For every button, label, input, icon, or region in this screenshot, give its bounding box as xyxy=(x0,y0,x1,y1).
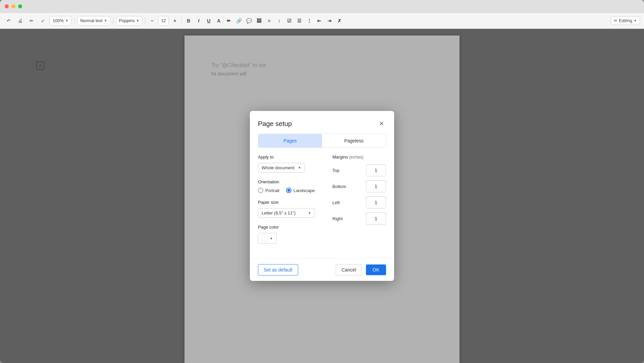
zoom-dropdown[interactable]: 100% ▼ xyxy=(50,16,71,25)
maximize-button[interactable] xyxy=(18,4,22,8)
margins-unit: (inches) xyxy=(349,155,364,160)
editing-chevron-icon: ▼ xyxy=(634,19,637,22)
spell-check-icon[interactable]: ✓ xyxy=(38,16,48,25)
minimize-button[interactable] xyxy=(11,4,15,8)
paper-size-chevron-icon: ▼ xyxy=(308,211,311,215)
dialog-body: Apply to Whole document ▼ Orientation xyxy=(250,155,394,258)
close-button[interactable] xyxy=(5,4,9,8)
landscape-radio[interactable] xyxy=(286,188,291,193)
italic-button[interactable]: I xyxy=(195,17,203,25)
margin-top-label: Top xyxy=(332,168,349,173)
text-color-button[interactable]: A xyxy=(215,17,223,25)
margin-right-label: Right xyxy=(332,216,349,221)
print-icon[interactable]: 🖨 xyxy=(15,16,25,25)
orientation-label: Orientation xyxy=(258,179,319,184)
indent-left-button[interactable]: ⇤ xyxy=(315,17,323,25)
list-button[interactable]: ☰ xyxy=(295,17,303,25)
style-dropdown[interactable]: Normal text ▼ xyxy=(77,16,110,25)
toolbar: ↶ 🖨 ✏ ✓ 100% ▼ Normal text ▼ Poppins ▼ −… xyxy=(0,13,644,29)
highlight-button[interactable]: ✏ xyxy=(225,17,233,25)
page-color-section: Page color ▼ xyxy=(258,225,319,244)
margin-left-input[interactable]: 1 xyxy=(366,196,386,208)
spacing-button[interactable]: ↕ xyxy=(275,17,283,25)
margin-left-label: Left xyxy=(332,200,349,205)
align-button[interactable]: ≡ xyxy=(265,17,273,25)
checklist-button[interactable]: ☑ xyxy=(285,17,293,25)
font-size-box[interactable]: 12 xyxy=(158,16,169,25)
underline-button[interactable]: U xyxy=(205,17,213,25)
tab-pageless[interactable]: Pageless xyxy=(322,134,386,147)
font-size-decrease[interactable]: − xyxy=(148,17,156,25)
divider-4 xyxy=(181,17,182,24)
divider-3 xyxy=(145,17,145,24)
dialog-tabs: Pages Pageless xyxy=(258,134,386,148)
apply-to-chevron-icon: ▼ xyxy=(298,166,301,170)
margins-label: Margins (inches) xyxy=(332,155,386,160)
cancel-button[interactable]: Cancel xyxy=(336,264,362,276)
undo-icon[interactable]: ↶ xyxy=(4,16,13,25)
orientation-section: Orientation Portrait xyxy=(258,179,319,193)
landscape-option[interactable]: Landscape xyxy=(286,188,315,193)
set-as-default-button[interactable]: Set as default xyxy=(258,264,298,276)
clear-format-button[interactable]: ✗ xyxy=(335,17,343,25)
paint-format-icon[interactable]: ✏ xyxy=(27,16,36,25)
margin-bottom-label: Bottom xyxy=(332,184,349,189)
dialog-header: Page setup ✕ xyxy=(250,111,394,134)
apply-to-section: Apply to Whole document ▼ xyxy=(258,155,319,173)
close-icon[interactable]: ✕ xyxy=(377,119,386,128)
paper-size-dropdown[interactable]: Letter (8.5" x 11") ▼ xyxy=(258,208,315,218)
paper-size-label: Paper size xyxy=(258,200,319,205)
margin-bottom-row: Bottom 1 xyxy=(332,180,386,192)
font-dropdown[interactable]: Poppins ▼ xyxy=(116,16,143,25)
dialog-title: Page setup xyxy=(258,120,292,128)
page-color-label: Page color xyxy=(258,225,319,230)
image-button[interactable]: 🖼 xyxy=(255,17,263,25)
tab-pages[interactable]: Pages xyxy=(258,134,322,147)
landscape-radio-dot xyxy=(287,189,290,192)
style-chevron-icon: ▼ xyxy=(104,19,107,22)
page-color-picker[interactable]: ▼ xyxy=(258,233,277,244)
apply-to-label: Apply to xyxy=(258,155,319,160)
indent-right-button[interactable]: ⇥ xyxy=(325,17,333,25)
portrait-radio[interactable] xyxy=(258,188,263,193)
margin-top-input[interactable]: 1 xyxy=(366,164,386,176)
orientation-options: Portrait Landscape xyxy=(258,188,319,193)
app-window: ↶ 🖨 ✏ ✓ 100% ▼ Normal text ▼ Poppins ▼ −… xyxy=(0,0,644,363)
divider-1 xyxy=(74,17,74,24)
margin-left-row: Left 1 xyxy=(332,196,386,208)
apply-to-dropdown[interactable]: Whole document ▼ xyxy=(258,163,305,173)
dialog-footer: Set as default Cancel OK xyxy=(250,258,394,281)
dialog-left-column: Apply to Whole document ▼ Orientation xyxy=(258,155,319,250)
margin-right-row: Right 1 xyxy=(332,213,386,225)
margin-top-row: Top 1 xyxy=(332,164,386,176)
color-swatch xyxy=(261,235,268,242)
font-size-increase[interactable]: + xyxy=(171,17,179,25)
link-button[interactable]: 🔗 xyxy=(235,17,243,25)
margins-section: Margins (inches) Top 1 Bottom xyxy=(332,155,386,250)
margin-right-input[interactable]: 1 xyxy=(366,213,386,225)
zoom-chevron-icon: ▼ xyxy=(65,19,68,22)
portrait-option[interactable]: Portrait xyxy=(258,188,279,193)
page-setup-dialog: Page setup ✕ Pages Pageless xyxy=(250,111,394,281)
color-chevron-icon: ▼ xyxy=(270,237,273,240)
editing-dropdown[interactable]: ✏ Editing ▼ xyxy=(611,16,640,25)
font-chevron-icon: ▼ xyxy=(136,19,140,22)
modal-overlay: Page setup ✕ Pages Pageless xyxy=(0,29,644,363)
document-area: Try "@Checklist" to sta he document will… xyxy=(0,29,644,363)
ok-button[interactable]: OK xyxy=(366,264,386,275)
divider-2 xyxy=(113,17,113,24)
numbered-list-button[interactable]: ⋮ xyxy=(305,17,313,25)
comment-button[interactable]: 💬 xyxy=(245,17,253,25)
bold-button[interactable]: B xyxy=(184,17,193,25)
margin-bottom-input[interactable]: 1 xyxy=(366,180,386,192)
paper-size-section: Paper size Letter (8.5" x 11") ▼ xyxy=(258,200,319,218)
titlebar xyxy=(0,0,644,13)
